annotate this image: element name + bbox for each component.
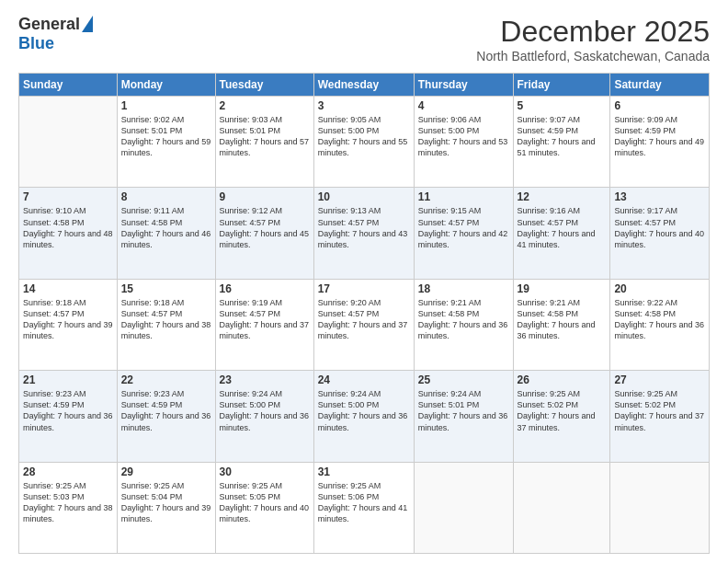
logo-triangle-icon	[82, 16, 93, 32]
cell-sun-info: Sunrise: 9:10 AMSunset: 4:58 PMDaylight:…	[23, 205, 113, 250]
cell-sun-info: Sunrise: 9:09 AMSunset: 4:59 PMDaylight:…	[614, 114, 705, 159]
day-number: 31	[318, 465, 410, 478]
calendar-cell	[513, 462, 610, 553]
calendar-week-row: 28Sunrise: 9:25 AMSunset: 5:03 PMDayligh…	[19, 462, 710, 553]
day-number: 17	[318, 282, 410, 295]
cell-sun-info: Sunrise: 9:25 AMSunset: 5:02 PMDaylight:…	[614, 388, 705, 433]
calendar-header-friday: Friday	[513, 74, 610, 97]
cell-sun-info: Sunrise: 9:25 AMSunset: 5:05 PMDaylight:…	[220, 480, 310, 525]
cell-sun-info: Sunrise: 9:16 AMSunset: 4:57 PMDaylight:…	[518, 205, 607, 250]
day-number: 29	[121, 465, 211, 478]
day-number: 1	[121, 99, 211, 112]
day-number: 20	[614, 282, 705, 295]
day-number: 10	[318, 190, 410, 203]
day-number: 16	[220, 282, 310, 295]
day-number: 15	[121, 282, 211, 295]
cell-sun-info: Sunrise: 9:18 AMSunset: 4:57 PMDaylight:…	[23, 297, 113, 342]
logo-general-text: General	[18, 15, 80, 34]
calendar-cell: 3Sunrise: 9:05 AMSunset: 5:00 PMDaylight…	[313, 97, 414, 188]
calendar-header-thursday: Thursday	[414, 74, 513, 97]
calendar-week-row: 14Sunrise: 9:18 AMSunset: 4:57 PMDayligh…	[19, 279, 710, 370]
page: General Blue December 2025 North Battlef…	[0, 0, 728, 563]
calendar-cell: 11Sunrise: 9:15 AMSunset: 4:57 PMDayligh…	[414, 188, 513, 279]
calendar-header-monday: Monday	[117, 74, 215, 97]
calendar-cell: 31Sunrise: 9:25 AMSunset: 5:06 PMDayligh…	[313, 462, 414, 553]
day-number: 18	[418, 282, 509, 295]
header: General Blue December 2025 North Battlef…	[18, 15, 710, 63]
calendar: SundayMondayTuesdayWednesdayThursdayFrid…	[18, 73, 710, 554]
cell-sun-info: Sunrise: 9:07 AMSunset: 4:59 PMDaylight:…	[518, 114, 607, 159]
day-number: 11	[418, 190, 509, 203]
day-number: 30	[220, 465, 310, 478]
calendar-week-row: 21Sunrise: 9:23 AMSunset: 4:59 PMDayligh…	[19, 371, 710, 462]
calendar-cell	[19, 97, 118, 188]
cell-sun-info: Sunrise: 9:15 AMSunset: 4:57 PMDaylight:…	[418, 205, 509, 250]
calendar-cell: 22Sunrise: 9:23 AMSunset: 4:59 PMDayligh…	[117, 371, 215, 462]
calendar-cell: 4Sunrise: 9:06 AMSunset: 5:00 PMDaylight…	[414, 97, 513, 188]
day-number: 24	[318, 373, 410, 386]
day-number: 6	[614, 99, 705, 112]
calendar-cell: 25Sunrise: 9:24 AMSunset: 5:01 PMDayligh…	[414, 371, 513, 462]
location: North Battleford, Saskatchewan, Canada	[476, 49, 710, 63]
cell-sun-info: Sunrise: 9:24 AMSunset: 5:00 PMDaylight:…	[220, 388, 310, 433]
calendar-cell: 13Sunrise: 9:17 AMSunset: 4:57 PMDayligh…	[610, 188, 710, 279]
cell-sun-info: Sunrise: 9:21 AMSunset: 4:58 PMDaylight:…	[518, 297, 607, 342]
calendar-cell: 23Sunrise: 9:24 AMSunset: 5:00 PMDayligh…	[215, 371, 313, 462]
cell-sun-info: Sunrise: 9:23 AMSunset: 4:59 PMDaylight:…	[23, 388, 113, 433]
day-number: 3	[318, 99, 410, 112]
calendar-cell: 8Sunrise: 9:11 AMSunset: 4:58 PMDaylight…	[117, 188, 215, 279]
calendar-week-row: 1Sunrise: 9:02 AMSunset: 5:01 PMDaylight…	[19, 97, 710, 188]
cell-sun-info: Sunrise: 9:23 AMSunset: 4:59 PMDaylight:…	[121, 388, 211, 433]
calendar-header-wednesday: Wednesday	[313, 74, 414, 97]
cell-sun-info: Sunrise: 9:12 AMSunset: 4:57 PMDaylight:…	[220, 205, 310, 250]
cell-sun-info: Sunrise: 9:25 AMSunset: 5:02 PMDaylight:…	[518, 388, 607, 433]
calendar-header-tuesday: Tuesday	[215, 74, 313, 97]
day-number: 26	[518, 373, 607, 386]
cell-sun-info: Sunrise: 9:20 AMSunset: 4:57 PMDaylight:…	[318, 297, 410, 342]
calendar-cell: 26Sunrise: 9:25 AMSunset: 5:02 PMDayligh…	[513, 371, 610, 462]
day-number: 7	[23, 190, 113, 203]
cell-sun-info: Sunrise: 9:17 AMSunset: 4:57 PMDaylight:…	[614, 205, 705, 250]
cell-sun-info: Sunrise: 9:22 AMSunset: 4:58 PMDaylight:…	[614, 297, 705, 342]
calendar-cell	[610, 462, 710, 553]
calendar-header-saturday: Saturday	[610, 74, 710, 97]
calendar-cell: 18Sunrise: 9:21 AMSunset: 4:58 PMDayligh…	[414, 279, 513, 370]
calendar-cell: 27Sunrise: 9:25 AMSunset: 5:02 PMDayligh…	[610, 371, 710, 462]
cell-sun-info: Sunrise: 9:25 AMSunset: 5:03 PMDaylight:…	[23, 480, 113, 525]
cell-sun-info: Sunrise: 9:19 AMSunset: 4:57 PMDaylight:…	[220, 297, 310, 342]
calendar-cell: 9Sunrise: 9:12 AMSunset: 4:57 PMDaylight…	[215, 188, 313, 279]
cell-sun-info: Sunrise: 9:24 AMSunset: 5:00 PMDaylight:…	[318, 388, 410, 433]
calendar-header-sunday: Sunday	[19, 74, 118, 97]
calendar-cell: 6Sunrise: 9:09 AMSunset: 4:59 PMDaylight…	[610, 97, 710, 188]
day-number: 28	[23, 465, 113, 478]
calendar-cell: 16Sunrise: 9:19 AMSunset: 4:57 PMDayligh…	[215, 279, 313, 370]
month-title: December 2025	[476, 15, 710, 49]
logo: General Blue	[18, 15, 93, 53]
calendar-cell: 21Sunrise: 9:23 AMSunset: 4:59 PMDayligh…	[19, 371, 118, 462]
calendar-cell: 5Sunrise: 9:07 AMSunset: 4:59 PMDaylight…	[513, 97, 610, 188]
calendar-cell: 29Sunrise: 9:25 AMSunset: 5:04 PMDayligh…	[117, 462, 215, 553]
day-number: 9	[220, 190, 310, 203]
calendar-cell: 17Sunrise: 9:20 AMSunset: 4:57 PMDayligh…	[313, 279, 414, 370]
cell-sun-info: Sunrise: 9:21 AMSunset: 4:58 PMDaylight:…	[418, 297, 509, 342]
cell-sun-info: Sunrise: 9:18 AMSunset: 4:57 PMDaylight:…	[121, 297, 211, 342]
calendar-cell: 28Sunrise: 9:25 AMSunset: 5:03 PMDayligh…	[19, 462, 118, 553]
calendar-cell: 7Sunrise: 9:10 AMSunset: 4:58 PMDaylight…	[19, 188, 118, 279]
day-number: 12	[518, 190, 607, 203]
calendar-week-row: 7Sunrise: 9:10 AMSunset: 4:58 PMDaylight…	[19, 188, 710, 279]
calendar-cell: 20Sunrise: 9:22 AMSunset: 4:58 PMDayligh…	[610, 279, 710, 370]
day-number: 23	[220, 373, 310, 386]
logo-blue-text: Blue	[18, 34, 54, 53]
day-number: 13	[614, 190, 705, 203]
calendar-header-row: SundayMondayTuesdayWednesdayThursdayFrid…	[19, 74, 710, 97]
calendar-cell: 12Sunrise: 9:16 AMSunset: 4:57 PMDayligh…	[513, 188, 610, 279]
calendar-cell: 19Sunrise: 9:21 AMSunset: 4:58 PMDayligh…	[513, 279, 610, 370]
calendar-cell: 15Sunrise: 9:18 AMSunset: 4:57 PMDayligh…	[117, 279, 215, 370]
day-number: 25	[418, 373, 509, 386]
calendar-cell: 10Sunrise: 9:13 AMSunset: 4:57 PMDayligh…	[313, 188, 414, 279]
day-number: 19	[518, 282, 607, 295]
day-number: 2	[220, 99, 310, 112]
cell-sun-info: Sunrise: 9:25 AMSunset: 5:06 PMDaylight:…	[318, 480, 410, 525]
cell-sun-info: Sunrise: 9:11 AMSunset: 4:58 PMDaylight:…	[121, 205, 211, 250]
calendar-cell: 30Sunrise: 9:25 AMSunset: 5:05 PMDayligh…	[215, 462, 313, 553]
